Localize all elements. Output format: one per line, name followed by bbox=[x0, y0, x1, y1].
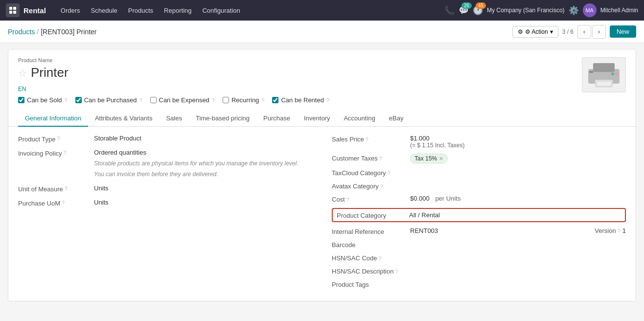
help-icon-sold: ? bbox=[65, 97, 68, 103]
help-icon-rented: ? bbox=[326, 97, 329, 103]
help-icon-product-type: ? bbox=[57, 136, 60, 141]
taxcloud-category-label: TaxCloud Category ? bbox=[332, 168, 410, 177]
product-category-label: Product Category bbox=[337, 211, 409, 219]
svg-point-9 bbox=[615, 72, 618, 75]
product-header-left: Product Name ☆ Printer EN Can be Sold ? … bbox=[18, 57, 582, 104]
menu-products[interactable]: Products bbox=[123, 4, 158, 17]
svg-rect-3 bbox=[13, 11, 16, 14]
tab-general-information[interactable]: General Information bbox=[18, 111, 88, 127]
product-type-value[interactable]: Storable Product bbox=[94, 135, 312, 142]
product-tags-row: Product Tags bbox=[332, 280, 626, 288]
customer-taxes-value: Tax 15% ✕ bbox=[410, 154, 626, 163]
tab-purchase[interactable]: Purchase bbox=[256, 111, 297, 127]
tab-sales[interactable]: Sales bbox=[159, 111, 189, 127]
checkbox-can-be-rented[interactable]: Can be Rented ? bbox=[272, 96, 329, 104]
app-logo[interactable] bbox=[6, 3, 20, 17]
purchase-uom-value[interactable]: Units bbox=[94, 199, 312, 206]
breadcrumb-actions: ⚙ ⚙ Action ▾ 3 / 6 ‹ › New bbox=[512, 25, 636, 39]
help-icon-cost: ? bbox=[346, 197, 349, 203]
checkbox-can-be-expensed[interactable]: Can be Expensed ? bbox=[150, 96, 215, 104]
product-name-label: Product Name bbox=[18, 57, 582, 63]
hsn-sac-code-row: HSN/SAC Code ? bbox=[332, 253, 626, 262]
main-content: Product Name ☆ Printer EN Can be Sold ? … bbox=[0, 43, 644, 321]
cost-label: Cost ? bbox=[332, 195, 410, 203]
user-name: Mitchell Admin bbox=[600, 7, 638, 14]
help-icon-customer-taxes: ? bbox=[379, 156, 382, 161]
internal-reference-value: RENT003 Version ? 1 bbox=[410, 227, 626, 234]
cost-value: $0.000 per Units bbox=[410, 195, 626, 202]
menu-configuration[interactable]: Configuration bbox=[197, 4, 245, 17]
product-tags-label: Product Tags bbox=[332, 280, 410, 288]
next-arrow[interactable]: › bbox=[592, 25, 606, 39]
action-button[interactable]: ⚙ ⚙ Action ▾ bbox=[512, 26, 558, 38]
gear-icon: ⚙ bbox=[518, 28, 523, 35]
unit-of-measure-label: Unit of Measure ? bbox=[18, 184, 94, 193]
menu-orders[interactable]: Orders bbox=[56, 4, 85, 17]
help-icon-uom: ? bbox=[65, 185, 68, 191]
top-navigation: Rental Orders Schedule Products Reportin… bbox=[0, 0, 644, 21]
product-header: Product Name ☆ Printer EN Can be Sold ? … bbox=[18, 57, 626, 104]
tab-time-based-pricing[interactable]: Time-based pricing bbox=[189, 111, 256, 127]
prev-arrow[interactable]: ‹ bbox=[577, 25, 591, 39]
printer-illustration bbox=[584, 59, 623, 91]
hsn-sac-description-row: HSN/SAC Description ? bbox=[332, 267, 626, 275]
version-label: Version ? bbox=[595, 227, 621, 234]
hsn-sac-code-label: HSN/SAC Code ? bbox=[332, 253, 410, 262]
remove-tax-icon[interactable]: ✕ bbox=[439, 156, 443, 162]
menu-reporting[interactable]: Reporting bbox=[159, 4, 196, 17]
checkboxes-row: Can be Sold ? Can be Purchased ? Can be … bbox=[18, 96, 582, 104]
chat-icon[interactable]: 💬 26 bbox=[459, 5, 469, 16]
product-category-value[interactable]: All / Rental bbox=[409, 211, 621, 219]
right-column: Sales Price ? $1.000 (= $ 1.15 Incl. Tax… bbox=[332, 135, 626, 293]
tax-badge: Tax 15% ✕ bbox=[410, 154, 448, 163]
product-category-highlighted: Product Category All / Rental bbox=[332, 208, 626, 222]
tab-attributes-variants[interactable]: Attributes & Variants bbox=[88, 111, 160, 127]
breadcrumb-bar: Products / [RENT003] Printer ⚙ ⚙ Action … bbox=[0, 21, 644, 43]
menu-schedule[interactable]: Schedule bbox=[86, 4, 122, 17]
help-icon-version: ? bbox=[618, 228, 621, 234]
tab-inventory[interactable]: Inventory bbox=[297, 111, 337, 127]
avatar[interactable]: MA bbox=[583, 3, 597, 17]
product-type-label: Product Type ? bbox=[18, 135, 94, 143]
tab-ebay[interactable]: eBay bbox=[382, 111, 411, 127]
new-button[interactable]: New bbox=[610, 25, 636, 38]
invoicing-policy-row: Invoicing Policy ? Ordered quantities St… bbox=[18, 149, 312, 179]
settings-icon[interactable]: ⚙️ bbox=[569, 5, 579, 16]
customer-taxes-label: Customer Taxes ? bbox=[332, 154, 410, 162]
avatax-category-row: Avatax Category ? bbox=[332, 182, 626, 190]
left-column: Product Type ? Storable Product Invoicin… bbox=[18, 135, 312, 293]
help-icon-taxcloud: ? bbox=[388, 170, 391, 176]
help-icon-hsn: ? bbox=[378, 255, 381, 261]
breadcrumb-separator: / bbox=[37, 28, 39, 36]
language-button[interactable]: EN bbox=[18, 86, 26, 92]
unit-of-measure-value[interactable]: Units bbox=[94, 184, 312, 192]
clock-icon[interactable]: 🕐 45 bbox=[473, 5, 483, 16]
help-icon-sales-price: ? bbox=[366, 137, 368, 142]
invoicing-policy-note1: Storable products are physical items for… bbox=[94, 159, 312, 168]
product-category-row: Product Category All / Rental bbox=[332, 208, 626, 222]
favorite-icon[interactable]: ☆ bbox=[18, 67, 27, 79]
checkbox-recurring[interactable]: Recurring ? bbox=[223, 96, 264, 104]
checkbox-can-be-sold[interactable]: Can be Sold ? bbox=[18, 96, 68, 104]
customer-taxes-row: Customer Taxes ? Tax 15% ✕ bbox=[332, 154, 626, 163]
svg-rect-7 bbox=[597, 82, 611, 86]
tab-accounting[interactable]: Accounting bbox=[337, 111, 382, 127]
purchase-uom-label: Purchase UoM ? bbox=[18, 199, 94, 207]
checkbox-can-be-purchased[interactable]: Can be Purchased ? bbox=[75, 96, 142, 104]
breadcrumb-parent[interactable]: Products bbox=[8, 28, 35, 36]
phone-icon[interactable]: 📞 bbox=[444, 5, 455, 16]
help-icon-expensed: ? bbox=[212, 97, 215, 103]
page-count: 3 / 6 bbox=[562, 28, 574, 35]
taxcloud-category-row: TaxCloud Category ? bbox=[332, 168, 626, 177]
product-name: Printer bbox=[31, 65, 69, 80]
cost-row: Cost ? $0.000 per Units bbox=[332, 195, 626, 203]
topnav-right: 📞 💬 26 🕐 45 My Company (San Francisco) ⚙… bbox=[444, 3, 638, 17]
action-label: ⚙ Action bbox=[525, 28, 548, 35]
svg-rect-0 bbox=[9, 7, 12, 10]
product-image bbox=[582, 57, 626, 92]
help-icon-purchased: ? bbox=[139, 97, 142, 103]
svg-rect-10 bbox=[589, 71, 593, 73]
main-menu: Orders Schedule Products Reporting Confi… bbox=[56, 4, 442, 17]
sales-price-label: Sales Price ? bbox=[332, 135, 410, 143]
product-form: Product Name ☆ Printer EN Can be Sold ? … bbox=[8, 49, 636, 301]
